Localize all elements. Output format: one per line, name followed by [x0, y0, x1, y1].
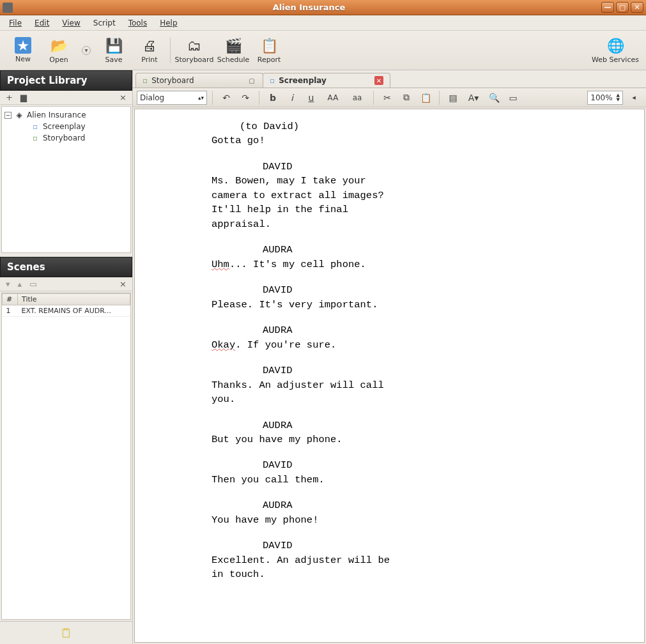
scissors-icon: ✂: [383, 93, 391, 103]
printer-icon: 🖨: [141, 36, 158, 54]
screenplay-char[interactable]: DAVID: [263, 160, 608, 174]
close-tab-screenplay[interactable]: ✕: [374, 76, 383, 85]
window-maximize-button[interactable]: ▢: [616, 2, 629, 13]
screenplay-dialog[interactable]: Then you call them.: [211, 473, 390, 487]
bold-button[interactable]: b: [265, 91, 281, 105]
clipboard-icon: 📋: [260, 36, 278, 54]
redo-icon: ↷: [242, 93, 249, 103]
project-icon: ◈: [14, 110, 24, 120]
screenplay-dialog[interactable]: Ms. Bowen, may I take your camera to ext…: [211, 174, 390, 231]
screenplay-char[interactable]: DAVID: [263, 539, 608, 553]
screenplay-dialog[interactable]: Please. It's very important.: [211, 298, 390, 312]
col-title[interactable]: Title: [18, 294, 130, 305]
folder-icon[interactable]: ▆: [19, 93, 29, 102]
new-button[interactable]: ★ New: [5, 33, 41, 68]
window-titlebar: Alien Insurance — ▢ ✕: [0, 0, 646, 15]
col-number[interactable]: #: [3, 294, 18, 305]
storyboard-doc-icon: ▫: [30, 133, 40, 143]
font-button[interactable]: A▾: [464, 91, 483, 105]
screenplay-char[interactable]: AUDRA: [263, 418, 608, 433]
screenplay-paren[interactable]: (to David): [240, 119, 608, 134]
storyboard-icon: 🗂: [185, 36, 203, 54]
menu-view[interactable]: View: [57, 17, 85, 29]
zoom-combo[interactable]: 100% ▲▼: [587, 91, 623, 105]
screenplay-dialog[interactable]: You have my phone!: [211, 513, 390, 527]
screenplay-char[interactable]: DAVID: [263, 364, 608, 378]
underline-icon: u: [309, 93, 314, 103]
screenplay-char[interactable]: DAVID: [263, 458, 608, 472]
floppy-disk-icon: 💾: [105, 36, 123, 54]
copy-button[interactable]: ⧉: [398, 91, 415, 105]
screenplay-tab-icon: ▫: [270, 76, 275, 85]
screenplay-dialog[interactable]: But you have my phone.: [211, 433, 390, 447]
screenplay-dialog[interactable]: Thanks. An adjuster will call you.: [211, 378, 390, 407]
scenes-toolbar: ▾ ▴ ▭ ×: [0, 277, 132, 291]
menu-script[interactable]: Script: [88, 17, 121, 29]
screenplay-dialog[interactable]: Gotta go!: [211, 134, 390, 148]
menu-tools[interactable]: Tools: [123, 17, 153, 29]
project-tree[interactable]: − ◈ Alien Insurance ▫ Screenplay ▫ Story…: [1, 106, 131, 253]
scene-down-button[interactable]: ▾: [4, 279, 12, 289]
open-button[interactable]: 📂 Open: [41, 33, 77, 68]
italic-button[interactable]: i: [284, 91, 300, 105]
lowercase-icon: aa: [353, 93, 362, 102]
redo-button[interactable]: ↷: [237, 91, 254, 105]
screenplay-char[interactable]: DAVID: [263, 283, 608, 297]
undo-icon: ↶: [222, 93, 230, 103]
screenplay-char[interactable]: AUDRA: [263, 498, 608, 512]
web-services-button[interactable]: 🌐 Web Services: [590, 33, 641, 68]
storyboard-button[interactable]: 🗂 Storyboard: [173, 33, 215, 68]
window-close-button[interactable]: ✕: [631, 2, 643, 13]
page-button[interactable]: ▤: [445, 91, 461, 105]
project-root-row[interactable]: − ◈ Alien Insurance: [4, 109, 128, 121]
main-toolbar: ★ New 📂 Open ▾ 💾 Save 🖨 Print 🗂 Storyboa…: [0, 31, 646, 70]
menu-file[interactable]: File: [4, 17, 27, 29]
save-button[interactable]: 💾 Save: [96, 33, 132, 68]
screenplay-char[interactable]: AUDRA: [263, 323, 608, 337]
screenplay-char[interactable]: AUDRA: [263, 243, 608, 257]
report-button[interactable]: 📋 Report: [251, 33, 287, 68]
menubar: File Edit View Script Tools Help: [0, 15, 646, 31]
add-project-button[interactable]: +: [4, 93, 15, 102]
project-item-screenplay[interactable]: ▫ Screenplay: [4, 121, 128, 132]
search-icon: 🔍: [489, 93, 500, 103]
toolbar-scroll-left[interactable]: ◂: [626, 91, 642, 105]
scene-edit-button[interactable]: ▭: [27, 279, 39, 289]
screenplay-dialog[interactable]: Excellent. An adjuster will be in touch.: [211, 553, 390, 582]
close-scenes-button[interactable]: ×: [118, 279, 128, 289]
scene-up-button[interactable]: ▴: [16, 279, 24, 289]
globe-icon: 🌐: [606, 36, 624, 54]
close-panel-button[interactable]: ×: [118, 93, 128, 102]
close-tab-storyboard[interactable]: ▢: [247, 76, 256, 85]
project-item-storyboard[interactable]: ▫ Storyboard: [4, 132, 128, 144]
uppercase-button[interactable]: AA: [322, 91, 344, 105]
undo-button[interactable]: ↶: [218, 91, 235, 105]
cut-button[interactable]: ✂: [379, 91, 396, 105]
screenplay-editor[interactable]: (to David)Gotta go!DAVIDMs. Bowen, may I…: [134, 109, 645, 643]
notes-icon[interactable]: 🗒: [60, 625, 73, 641]
fullscreen-button[interactable]: ▭: [505, 91, 521, 105]
menu-edit[interactable]: Edit: [29, 17, 54, 29]
print-button[interactable]: 🖨 Print: [132, 33, 167, 68]
tab-storyboard[interactable]: ▫ Storyboard ▢: [135, 73, 263, 88]
menu-help[interactable]: Help: [155, 17, 182, 29]
font-icon: A▾: [468, 93, 479, 103]
screenplay-dialog[interactable]: Uhm... It's my cell phone.: [211, 257, 390, 272]
schedule-button[interactable]: 🎬 Schedule: [215, 33, 251, 68]
open-dropdown-button[interactable]: ▾: [77, 33, 96, 68]
folder-open-icon: 📂: [50, 36, 68, 54]
scenes-header: Scenes: [0, 257, 132, 277]
tree-collapse-icon[interactable]: −: [4, 112, 12, 119]
paste-button[interactable]: 📋: [417, 91, 434, 105]
screenplay-dialog[interactable]: Okay. If you're sure.: [211, 338, 390, 352]
underline-button[interactable]: u: [303, 91, 319, 105]
italic-icon: i: [291, 93, 293, 103]
paragraph-style-combo[interactable]: Dialog ▴▾: [137, 91, 207, 105]
scenes-table[interactable]: # Title 1 EXT. REMAINS OF AUDR...: [1, 293, 131, 620]
window-minimize-button[interactable]: —: [601, 2, 614, 13]
scene-row[interactable]: 1 EXT. REMAINS OF AUDR...: [3, 305, 130, 317]
find-button[interactable]: 🔍: [486, 91, 502, 105]
lowercase-button[interactable]: aa: [346, 91, 368, 105]
uppercase-icon: AA: [328, 93, 339, 102]
tab-screenplay[interactable]: ▫ Screenplay ✕: [263, 73, 390, 88]
